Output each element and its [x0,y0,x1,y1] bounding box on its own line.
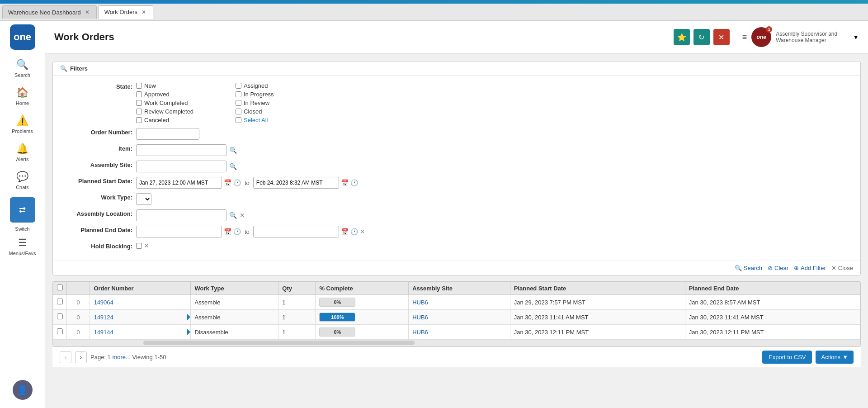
export-csv-button[interactable]: Export to CSV [762,351,812,364]
row-assembly-site-link-2[interactable]: HUB6 [412,329,428,336]
user-dropdown-button[interactable]: ▼ [853,33,859,41]
state-work-completed-checkbox[interactable] [136,100,142,106]
planned-start-from-input[interactable] [136,177,222,189]
prev-page-button[interactable]: ‹ [60,351,71,363]
user-avatar[interactable]: one 1 [751,27,771,47]
table-row[interactable]: 0 149064 Assemble 1 0% HUB6 Jan 29, 2023… [53,295,860,310]
planned-start-calendar-icon[interactable]: 📅 [224,179,231,186]
state-in-review-checkbox[interactable] [236,100,241,106]
state-canceled[interactable]: Canceled [136,117,226,123]
hold-blocking-clear-button[interactable]: ✕ [144,242,149,249]
order-number-input[interactable] [136,128,199,140]
row-checkbox-1[interactable] [57,313,63,319]
planned-end-calendar-icon[interactable]: 📅 [224,228,231,235]
planned-end-clear-button[interactable]: ✕ [360,228,365,235]
assembly-location-input[interactable] [136,209,226,221]
filters-tab[interactable]: 🔍 Filters [53,62,860,76]
header-col-order-number[interactable]: Order Number [90,282,191,295]
filter-search-button[interactable]: 🔍 Search [735,265,762,271]
state-in-progress-checkbox[interactable] [236,91,241,97]
select-all-checkbox[interactable] [57,285,63,290]
header-col-work-type[interactable]: Work Type [191,282,278,295]
header-actions: ⭐ ↻ ✕ ≡ one 1 Assembly Supervisor and Wa… [674,27,859,47]
row-assembly-site-link-1[interactable]: HUB6 [412,314,428,321]
state-review-completed[interactable]: Review Completed [136,108,226,115]
sidebar-item-chats[interactable]: 💬 Chats [0,167,45,194]
header-col-pct-complete[interactable]: % Complete [316,282,409,295]
planned-end-from-input[interactable] [136,226,222,237]
item-search-button[interactable]: 🔍 [228,146,238,155]
state-assigned-checkbox[interactable] [236,83,241,89]
planned-end-to-calendar-icon[interactable]: 📅 [341,228,349,235]
horizontal-scrollbar[interactable] [53,340,860,346]
table-row[interactable]: 0 149124 Assemble 1 100% HUB6 Jan 30, 20… [53,310,860,325]
assembly-site-input[interactable] [136,161,226,172]
row-assembly-site-2: HUB6 [409,325,510,340]
planned-end-to-input[interactable] [253,226,339,237]
tab-warehouse-dashboard-close[interactable]: ✕ [84,9,91,16]
state-in-review[interactable]: In Review [236,100,326,106]
state-select-all-checkbox[interactable] [236,117,241,123]
hamburger-menu-button[interactable]: ≡ [742,33,747,42]
refresh-button[interactable]: ↻ [693,29,710,45]
favorite-button[interactable]: ⭐ [674,29,690,45]
state-canceled-checkbox[interactable] [136,117,142,123]
state-approved-checkbox[interactable] [136,91,142,97]
state-approved[interactable]: Approved [136,91,226,98]
state-in-progress[interactable]: In Progress [236,91,326,98]
sidebar-logo[interactable]: one [10,24,35,50]
tab-warehouse-dashboard[interactable]: Warehouse Neo Dashboard ✕ [2,5,97,19]
header-col-planned-start[interactable]: Planned Start Date [510,282,685,295]
planned-start-clock-icon[interactable]: 🕐 [233,179,241,186]
state-closed-checkbox[interactable] [236,109,241,114]
row-assembly-site-link-0[interactable]: HUB6 [412,299,428,306]
row-checkbox-2[interactable] [57,328,63,334]
tab-work-orders-close[interactable]: ✕ [140,9,147,16]
actions-button[interactable]: Actions ▼ [816,351,854,364]
sidebar-item-problems[interactable]: ⚠️ Problems [0,111,45,138]
sidebar-item-alerts[interactable]: 🔔 Alerts [0,139,45,166]
state-new-checkbox[interactable] [136,83,142,89]
row-order-number-link-1[interactable]: 149124 [94,314,113,321]
planned-start-to-calendar-icon[interactable]: 📅 [341,179,349,186]
tab-work-orders[interactable]: Work Orders ✕ [99,5,153,19]
state-select-all[interactable]: Select All [236,117,326,123]
row-checkbox-0[interactable] [57,299,63,304]
state-work-completed[interactable]: Work Completed [136,100,226,106]
table-row[interactable]: 0 149144 Disassemble 1 0% HUB6 Jan 30, 2… [53,325,860,340]
sidebar-item-switch[interactable]: ⇄ Switch [0,195,45,232]
assembly-site-search-button[interactable]: 🔍 [228,162,238,171]
state-assigned[interactable]: Assigned [236,82,326,89]
scrollbar-thumb[interactable] [143,341,415,345]
planned-start-to-field: 📅 🕐 [253,177,358,189]
state-review-completed-checkbox[interactable] [136,109,142,114]
planned-end-clock-icon[interactable]: 🕐 [233,228,241,235]
close-button[interactable]: ✕ [713,29,730,45]
hold-blocking-checkbox[interactable] [136,243,142,249]
header-col-planned-end[interactable]: Planned End Date [685,282,860,295]
sidebar-item-search[interactable]: 🔍 Search [0,55,45,81]
filter-add-filter-button[interactable]: ⊕ Add Filter [794,265,826,271]
sidebar-item-home[interactable]: 🏠 Home [0,83,45,109]
header-col-qty[interactable]: Qty [278,282,316,295]
assembly-location-search-button[interactable]: 🔍 [228,211,238,220]
user-avatar-bottom[interactable]: 👤 [13,380,33,404]
planned-start-to-input[interactable] [253,177,339,189]
filter-close-button[interactable]: ✕ Close [831,265,853,271]
assembly-location-clear-button[interactable]: ✕ [240,212,245,219]
header-col-assembly-site[interactable]: Assembly Site [409,282,510,295]
more-label[interactable]: more... [112,354,132,361]
row-order-number-link-2[interactable]: 149144 [94,329,113,336]
item-input[interactable] [136,144,226,156]
planned-start-to-clock-icon[interactable]: 🕐 [350,179,358,186]
filter-clear-button[interactable]: ⊘ Clear [768,265,788,271]
header-right: ≡ one 1 Assembly Supervisor and Warehous… [742,27,859,47]
planned-end-to-clock-icon[interactable]: 🕐 [350,228,358,235]
filter-close-icon: ✕ [831,265,836,271]
state-closed[interactable]: Closed [236,108,326,115]
work-type-select[interactable] [136,193,151,205]
sidebar-item-menus[interactable]: ☰ Menus/Favs [0,233,45,260]
row-order-number-link-0[interactable]: 149064 [94,299,113,306]
state-new[interactable]: New [136,82,226,89]
next-page-button[interactable]: › [75,351,87,363]
